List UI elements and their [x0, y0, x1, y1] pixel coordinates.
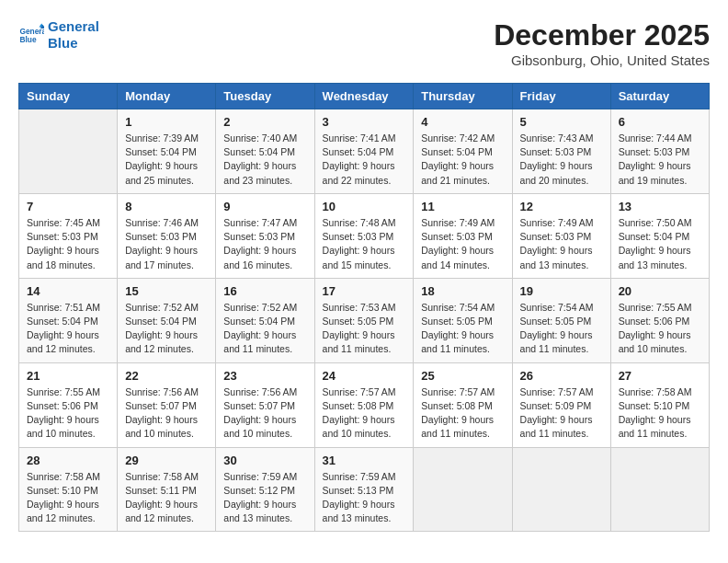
calendar-cell: 4Sunrise: 7:42 AM Sunset: 5:04 PM Daylig…: [414, 109, 512, 194]
day-info: Sunrise: 7:43 AM Sunset: 5:03 PM Dayligh…: [520, 132, 603, 188]
calendar-cell: 21Sunrise: 7:55 AM Sunset: 5:06 PM Dayli…: [19, 362, 118, 447]
calendar-cell: 31Sunrise: 7:59 AM Sunset: 5:13 PM Dayli…: [314, 447, 414, 532]
day-number: 1: [125, 115, 208, 129]
logo: General Blue General Blue: [18, 18, 99, 52]
day-info: Sunrise: 7:59 AM Sunset: 5:12 PM Dayligh…: [223, 470, 306, 526]
calendar-cell: 19Sunrise: 7:54 AM Sunset: 5:05 PM Dayli…: [512, 278, 610, 362]
calendar-cell: 16Sunrise: 7:52 AM Sunset: 5:04 PM Dayli…: [216, 278, 314, 362]
day-number: 18: [421, 284, 504, 298]
weekday-header: Friday: [512, 84, 610, 109]
day-number: 17: [323, 284, 406, 298]
calendar-cell: 7Sunrise: 7:45 AM Sunset: 5:03 PM Daylig…: [19, 193, 118, 278]
day-number: 29: [125, 454, 208, 467]
calendar-cell: 26Sunrise: 7:57 AM Sunset: 5:09 PM Dayli…: [512, 362, 610, 447]
day-number: 16: [223, 284, 306, 298]
day-number: 9: [223, 200, 306, 213]
day-info: Sunrise: 7:50 AM Sunset: 5:04 PM Dayligh…: [619, 216, 701, 272]
day-number: 19: [520, 284, 603, 298]
day-number: 24: [323, 369, 406, 383]
calendar-cell: [414, 447, 512, 532]
day-number: 31: [323, 454, 406, 467]
weekday-header: Wednesday: [314, 84, 414, 109]
weekday-header: Sunday: [19, 84, 118, 109]
calendar-cell: 22Sunrise: 7:56 AM Sunset: 5:07 PM Dayli…: [118, 362, 216, 447]
day-info: Sunrise: 7:40 AM Sunset: 5:04 PM Dayligh…: [223, 132, 306, 188]
svg-text:General: General: [19, 27, 44, 36]
month-title: December 2025: [494, 18, 710, 52]
day-info: Sunrise: 7:58 AM Sunset: 5:10 PM Dayligh…: [619, 385, 701, 442]
page-header: General Blue General Blue December 2025 …: [18, 18, 710, 68]
weekday-header: Thursday: [414, 84, 512, 109]
calendar-cell: 28Sunrise: 7:58 AM Sunset: 5:10 PM Dayli…: [19, 447, 118, 532]
calendar-cell: [512, 447, 610, 532]
day-info: Sunrise: 7:42 AM Sunset: 5:04 PM Dayligh…: [421, 132, 504, 188]
calendar-cell: 15Sunrise: 7:52 AM Sunset: 5:04 PM Dayli…: [118, 278, 216, 362]
calendar-table: SundayMondayTuesdayWednesdayThursdayFrid…: [18, 83, 710, 532]
day-info: Sunrise: 7:56 AM Sunset: 5:07 PM Dayligh…: [223, 385, 306, 442]
title-block: December 2025 Gibsonburg, Ohio, United S…: [494, 18, 710, 68]
calendar-cell: 9Sunrise: 7:47 AM Sunset: 5:03 PM Daylig…: [216, 193, 314, 278]
calendar-cell: 2Sunrise: 7:40 AM Sunset: 5:04 PM Daylig…: [216, 109, 314, 194]
calendar-cell: 12Sunrise: 7:49 AM Sunset: 5:03 PM Dayli…: [512, 193, 610, 278]
day-number: 3: [323, 115, 406, 129]
calendar-cell: 6Sunrise: 7:44 AM Sunset: 5:03 PM Daylig…: [610, 109, 709, 194]
day-info: Sunrise: 7:54 AM Sunset: 5:05 PM Dayligh…: [421, 301, 504, 357]
day-info: Sunrise: 7:45 AM Sunset: 5:03 PM Dayligh…: [27, 216, 109, 272]
calendar-cell: 25Sunrise: 7:57 AM Sunset: 5:08 PM Dayli…: [414, 362, 512, 447]
day-info: Sunrise: 7:41 AM Sunset: 5:04 PM Dayligh…: [323, 132, 406, 188]
day-info: Sunrise: 7:58 AM Sunset: 5:10 PM Dayligh…: [27, 470, 109, 526]
day-info: Sunrise: 7:44 AM Sunset: 5:03 PM Dayligh…: [619, 132, 701, 188]
calendar-cell: 10Sunrise: 7:48 AM Sunset: 5:03 PM Dayli…: [314, 193, 414, 278]
logo-icon: General Blue: [18, 22, 44, 48]
day-number: 30: [223, 454, 306, 467]
calendar-cell: 1Sunrise: 7:39 AM Sunset: 5:04 PM Daylig…: [118, 109, 216, 194]
day-number: 26: [520, 369, 603, 383]
day-info: Sunrise: 7:55 AM Sunset: 5:06 PM Dayligh…: [27, 385, 109, 442]
day-number: 8: [125, 200, 208, 213]
day-number: 4: [421, 115, 504, 129]
day-number: 5: [520, 115, 603, 129]
day-info: Sunrise: 7:46 AM Sunset: 5:03 PM Dayligh…: [125, 216, 208, 272]
day-info: Sunrise: 7:57 AM Sunset: 5:08 PM Dayligh…: [323, 385, 406, 442]
day-number: 22: [125, 369, 208, 383]
day-number: 2: [223, 115, 306, 129]
day-info: Sunrise: 7:56 AM Sunset: 5:07 PM Dayligh…: [125, 385, 208, 442]
day-number: 15: [125, 284, 208, 298]
day-info: Sunrise: 7:51 AM Sunset: 5:04 PM Dayligh…: [27, 301, 109, 357]
day-info: Sunrise: 7:57 AM Sunset: 5:08 PM Dayligh…: [421, 385, 504, 442]
day-info: Sunrise: 7:52 AM Sunset: 5:04 PM Dayligh…: [125, 301, 208, 357]
logo-text-line1: General: [48, 18, 99, 35]
day-number: 10: [323, 200, 406, 213]
calendar-cell: 14Sunrise: 7:51 AM Sunset: 5:04 PM Dayli…: [19, 278, 118, 362]
day-info: Sunrise: 7:55 AM Sunset: 5:06 PM Dayligh…: [619, 301, 701, 357]
svg-text:Blue: Blue: [19, 35, 36, 44]
day-number: 7: [27, 200, 109, 213]
day-number: 21: [27, 369, 109, 383]
calendar-cell: 24Sunrise: 7:57 AM Sunset: 5:08 PM Dayli…: [314, 362, 414, 447]
day-number: 28: [27, 454, 109, 467]
calendar-cell: [19, 109, 118, 194]
calendar-cell: 18Sunrise: 7:54 AM Sunset: 5:05 PM Dayli…: [414, 278, 512, 362]
day-info: Sunrise: 7:49 AM Sunset: 5:03 PM Dayligh…: [520, 216, 603, 272]
weekday-header: Monday: [118, 84, 216, 109]
calendar-cell: 5Sunrise: 7:43 AM Sunset: 5:03 PM Daylig…: [512, 109, 610, 194]
calendar-cell: 29Sunrise: 7:58 AM Sunset: 5:11 PM Dayli…: [118, 447, 216, 532]
day-number: 14: [27, 284, 109, 298]
calendar-cell: [610, 447, 709, 532]
day-number: 13: [619, 200, 701, 213]
weekday-header: Saturday: [610, 84, 709, 109]
day-number: 12: [520, 200, 603, 213]
calendar-cell: 3Sunrise: 7:41 AM Sunset: 5:04 PM Daylig…: [314, 109, 414, 194]
day-number: 23: [223, 369, 306, 383]
day-info: Sunrise: 7:58 AM Sunset: 5:11 PM Dayligh…: [125, 470, 208, 526]
day-info: Sunrise: 7:39 AM Sunset: 5:04 PM Dayligh…: [125, 132, 208, 188]
day-info: Sunrise: 7:52 AM Sunset: 5:04 PM Dayligh…: [223, 301, 306, 357]
day-number: 25: [421, 369, 504, 383]
day-info: Sunrise: 7:54 AM Sunset: 5:05 PM Dayligh…: [520, 301, 603, 357]
day-number: 20: [619, 284, 701, 298]
day-info: Sunrise: 7:49 AM Sunset: 5:03 PM Dayligh…: [421, 216, 504, 272]
day-info: Sunrise: 7:59 AM Sunset: 5:13 PM Dayligh…: [323, 470, 406, 526]
day-info: Sunrise: 7:48 AM Sunset: 5:03 PM Dayligh…: [323, 216, 406, 272]
calendar-cell: 27Sunrise: 7:58 AM Sunset: 5:10 PM Dayli…: [610, 362, 709, 447]
calendar-cell: 17Sunrise: 7:53 AM Sunset: 5:05 PM Dayli…: [314, 278, 414, 362]
